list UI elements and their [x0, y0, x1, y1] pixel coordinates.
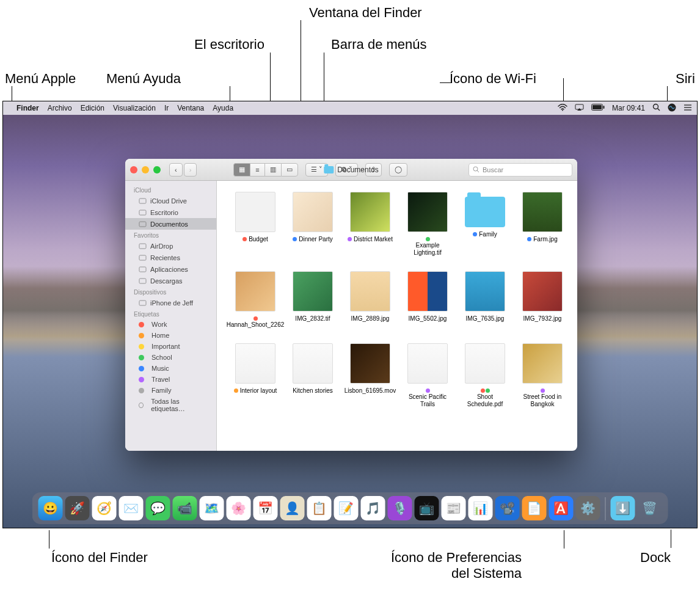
file-item[interactable]: Interior layout	[230, 343, 280, 408]
file-item[interactable]: Shoot Schedule.pdf	[460, 343, 510, 408]
dock-downloads-icon[interactable]: ⬇️	[611, 496, 635, 520]
dock-mail-icon[interactable]: ✉️	[119, 496, 144, 520]
sidebar-item-school[interactable]: School	[125, 352, 216, 363]
sidebar-item-documentos[interactable]: Documentos	[125, 218, 216, 230]
dock-podcasts-icon[interactable]: 🎙️	[388, 496, 412, 520]
sidebar-item-escritorio[interactable]: Escritorio	[125, 206, 216, 218]
menu-visualizacion[interactable]: Visualización	[113, 104, 156, 112]
menu-ir[interactable]: Ir	[164, 104, 169, 112]
dock-trash-icon[interactable]: 🗑️	[638, 496, 662, 520]
dock-facetime-icon[interactable]: 📹	[173, 496, 197, 520]
dock-numbers-icon[interactable]: 📊	[468, 496, 493, 520]
tag-dot-icon	[139, 333, 144, 338]
file-item[interactable]: Scenic Pacific Trails	[403, 343, 453, 408]
dock: 😀🚀🧭✉️💬📹🗺️🌸📅👤📋📝🎵🎙️📺📰📊📽️📄🅰️⚙️⬇️🗑️	[32, 492, 668, 524]
back-button[interactable]: ‹	[169, 163, 183, 177]
sidebar-item-airdrop[interactable]: AirDrop	[125, 240, 216, 252]
sidebar-header: Dispositivos	[125, 286, 216, 297]
dock-photos-icon[interactable]: 🌸	[227, 496, 251, 520]
dock-reminders-icon[interactable]: 📋	[307, 496, 332, 520]
tag-dot-icon	[139, 366, 144, 371]
wifi-icon[interactable]	[558, 104, 567, 113]
sidebar-item-iphone-de-jeff[interactable]: iPhone de Jeff	[125, 297, 216, 308]
sidebar-item-travel[interactable]: Travel	[125, 374, 216, 385]
sidebar-item-music[interactable]: Music	[125, 363, 216, 374]
spotlight-icon[interactable]	[652, 103, 660, 113]
dock-appstore-icon[interactable]: 🅰️	[549, 496, 574, 520]
sidebar-header: Favoritos	[125, 230, 216, 240]
callout-apple-menu: Menú Apple	[5, 71, 76, 87]
sidebar-item-icloud-drive[interactable]: iCloud Drive	[125, 195, 216, 206]
dock-notes-icon[interactable]: 📝	[334, 496, 359, 520]
file-item[interactable]: Farm.jpg	[517, 192, 567, 257]
sidebar-item-important[interactable]: Important	[125, 341, 216, 352]
sidebar-item-home[interactable]: Home	[125, 330, 216, 341]
forward-button[interactable]: ›	[184, 163, 197, 177]
sidebar-item-aplicaciones[interactable]: Aplicaciones	[125, 263, 216, 275]
svg-point-5	[654, 104, 658, 109]
view-gallery-button[interactable]: ▭	[281, 163, 298, 177]
menu-edicion[interactable]: Edición	[81, 104, 104, 112]
close-button[interactable]	[130, 166, 137, 173]
sidebar-item-label: Important	[151, 343, 180, 350]
desktop[interactable]: Finder Archivo Edición Visualización Ir …	[2, 101, 698, 528]
file-item[interactable]: Kitchen stories	[288, 343, 338, 408]
clock[interactable]: Mar 09:41	[612, 104, 645, 112]
airplay-icon[interactable]	[575, 104, 584, 113]
dock-news-icon[interactable]: 📰	[442, 496, 466, 520]
file-item[interactable]: IMG_7635.jpg	[460, 271, 510, 329]
callout-help-menu: Menú Ayuda	[106, 71, 181, 87]
app-menu[interactable]: Finder	[16, 104, 39, 112]
zoom-button[interactable]	[153, 166, 161, 173]
sidebar-item-family[interactable]: Family	[125, 385, 216, 396]
sidebar-item-recientes[interactable]: Recientes	[125, 252, 216, 263]
minimize-button[interactable]	[142, 166, 149, 173]
dock-maps-icon[interactable]: 🗺️	[200, 496, 224, 520]
tags-button[interactable]: ◯	[389, 163, 407, 177]
dock-keynote-icon[interactable]: 📽️	[495, 496, 520, 520]
file-name: IMG_2832.tif	[295, 315, 330, 323]
file-item[interactable]: Lisbon_61695.mov	[345, 343, 395, 408]
siri-icon[interactable]	[668, 103, 676, 114]
file-tag-dot	[527, 237, 531, 241]
view-list-button[interactable]: ≡	[250, 163, 264, 177]
dock-launchpad-icon[interactable]: 🚀	[65, 496, 90, 520]
sidebar-item-todas-las-etiquetas-[interactable]: Todas las etiquetas…	[125, 396, 216, 414]
dock-music-icon[interactable]: 🎵	[361, 496, 385, 520]
dock-messages-icon[interactable]: 💬	[146, 496, 170, 520]
dock-safari-icon[interactable]: 🧭	[92, 496, 117, 520]
svg-rect-20	[139, 301, 146, 305]
sidebar-item-work[interactable]: Work	[125, 319, 216, 330]
file-item[interactable]: Hannah_Shoot_2262	[230, 271, 280, 329]
finder-titlebar[interactable]: ‹ › ▦ ≡ ▥ ▭ ☰ ˅ ⚙ ˅ ⇪ ◯ Documentos Busca…	[125, 159, 577, 181]
view-column-button[interactable]: ▥	[264, 163, 281, 177]
menu-ventana[interactable]: Ventana	[177, 104, 204, 112]
battery-icon[interactable]	[591, 104, 605, 112]
svg-rect-17	[139, 255, 146, 260]
dock-tv-icon[interactable]: 📺	[415, 496, 439, 520]
file-item[interactable]: District Market	[345, 192, 395, 257]
file-item[interactable]: Street Food in Bangkok	[517, 343, 567, 408]
dock-contacts-icon[interactable]: 👤	[280, 496, 305, 520]
file-item[interactable]: IMG_5502.jpg	[403, 271, 453, 329]
file-item[interactable]: IMG_2889.jpg	[345, 271, 395, 329]
file-item[interactable]: IMG_2832.tif	[288, 271, 338, 329]
menu-archivo[interactable]: Archivo	[48, 104, 72, 112]
file-item[interactable]: Dinner Party	[288, 192, 338, 257]
file-item[interactable]: Budget	[230, 192, 280, 257]
dock-pages-icon[interactable]: 📄	[522, 496, 547, 520]
dock-systempreferences-icon[interactable]: ⚙️	[576, 496, 600, 520]
file-item[interactable]: Example Lighting.tif	[403, 192, 453, 257]
view-icon-button[interactable]: ▦	[233, 163, 250, 177]
file-item[interactable]: Family	[460, 192, 510, 257]
sidebar-header: Etiquetas	[125, 308, 216, 319]
file-item[interactable]: IMG_7932.jpg	[517, 271, 567, 329]
menu-ayuda[interactable]: Ayuda	[213, 104, 233, 112]
sidebar-item-descargas[interactable]: Descargas	[125, 275, 216, 286]
notification-center-icon[interactable]	[684, 104, 692, 113]
search-input[interactable]: Buscar	[468, 163, 572, 177]
finder-content[interactable]: BudgetDinner PartyDistrict MarketExample…	[217, 181, 577, 451]
svg-point-0	[562, 109, 563, 111]
dock-calendar-icon[interactable]: 📅	[253, 496, 278, 520]
dock-finder-icon[interactable]: 😀	[38, 496, 63, 520]
